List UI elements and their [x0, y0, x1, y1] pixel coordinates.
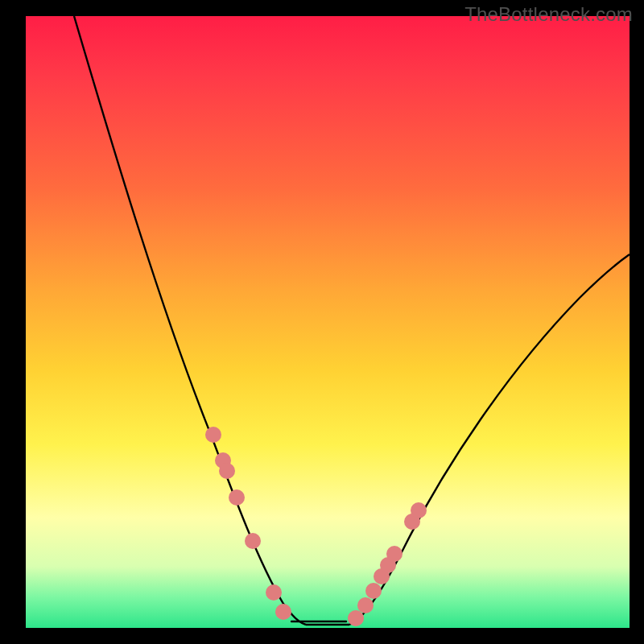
- data-point: [357, 597, 374, 613]
- curve-left: [74, 16, 306, 625]
- data-point: [348, 610, 364, 626]
- data-point: [245, 533, 261, 549]
- data-point: [205, 427, 221, 443]
- plot-area: [26, 16, 630, 628]
- data-point: [275, 604, 291, 620]
- data-point: [229, 489, 245, 506]
- data-point: [386, 546, 402, 562]
- data-point: [411, 502, 427, 518]
- data-point: [219, 463, 235, 479]
- curve-svg: [26, 16, 630, 628]
- data-point: [266, 584, 282, 601]
- data-point: [365, 583, 382, 599]
- watermark-text: TheBottleneck.com: [464, 3, 633, 26]
- chart-frame: TheBottleneck.com: [0, 0, 644, 644]
